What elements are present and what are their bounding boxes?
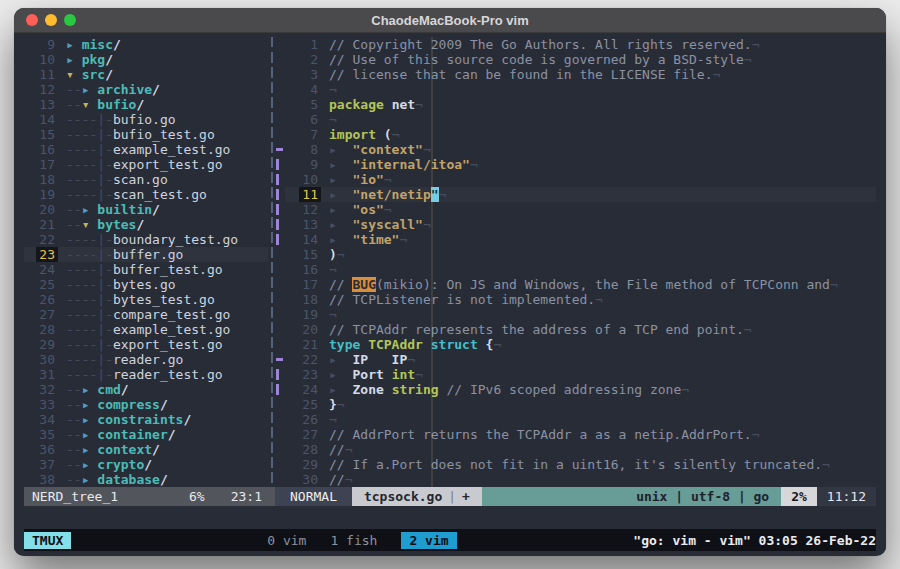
scroll-percent: 2% (781, 487, 817, 506)
sign-cell (275, 307, 285, 322)
tree-indent: ----|- (66, 277, 113, 292)
file-name: reader.go (113, 352, 183, 367)
tree-item[interactable]: 27----|-compare_test.go (24, 307, 268, 322)
tree-line-number: 29 (24, 337, 58, 352)
code-line[interactable]: 25}¬ (285, 397, 876, 412)
tree-item[interactable]: 37--▸ crypto/ (24, 457, 268, 472)
tree-line-number: 11 (24, 67, 58, 82)
code-line[interactable]: 15)¬ (285, 247, 876, 262)
tmux-session-badge: TMUX (24, 532, 71, 549)
tmux-window-tab[interactable]: 2 vim (401, 532, 456, 549)
tree-item[interactable]: 20--▸ builtin/ (24, 202, 268, 217)
code-line-text: )¬ (329, 247, 345, 262)
code-line[interactable]: 26¬ (285, 412, 876, 427)
code-line[interactable]: 3// license that can be found in the LIC… (285, 67, 876, 82)
tree-item[interactable]: 31----|-reader_test.go (24, 367, 268, 382)
code-token: ▸ (329, 217, 352, 232)
code-token: // license that can be found in the LICE… (329, 67, 713, 82)
tree-item-label: --▸ archive/ (66, 82, 160, 97)
tree-item[interactable]: 12--▸ archive/ (24, 82, 268, 97)
tree-indent: ----|- (66, 322, 113, 337)
cursor-position: 11:12 (817, 487, 876, 506)
vim-command-line[interactable] (24, 506, 876, 529)
code-line[interactable]: 1// Copyright 2009 The Go Authors. All r… (285, 37, 876, 52)
window-title: ChaodeMacBook-Pro vim (14, 13, 886, 28)
tree-item[interactable]: 24----|-buffer_test.go (24, 262, 268, 277)
code-line[interactable]: 18// TCPListener is not implemented.¬ (285, 292, 876, 307)
code-line-number: 25 (285, 397, 321, 412)
tree-item[interactable]: 30----|-reader.go (24, 352, 268, 367)
code-line[interactable]: 21type TCPAddr struct {¬ (285, 337, 876, 352)
tree-item[interactable]: 9▸ misc/ (24, 37, 268, 52)
tree-item[interactable]: 19----|-scan_test.go (24, 187, 268, 202)
code-line[interactable]: 13▸ "syscall"¬ (285, 217, 876, 232)
tree-item[interactable]: 28----|-example_test.go (24, 322, 268, 337)
code-line[interactable]: 30//¬ (285, 472, 876, 487)
eol-marker: ¬ (329, 307, 337, 322)
sign-cell (275, 142, 285, 157)
tree-item[interactable]: 35--▸ container/ (24, 427, 268, 442)
tree-item[interactable]: 22----|-boundary_test.go (24, 232, 268, 247)
code-token: "syscall" (352, 217, 422, 232)
tree-item[interactable]: 18----|-scan.go (24, 172, 268, 187)
code-line-text: ¬ (329, 307, 337, 322)
code-line[interactable]: 7import (¬ (285, 127, 876, 142)
tree-line-number: 32 (24, 382, 58, 397)
code-line[interactable]: 19¬ (285, 307, 876, 322)
code-line[interactable]: 14▸ "time"¬ (285, 232, 876, 247)
directory-name: bytes (97, 217, 136, 232)
tree-item[interactable]: 25----|-bytes.go (24, 277, 268, 292)
code-token: int (392, 367, 415, 382)
code-line[interactable]: 9▸ "internal/itoa"¬ (285, 157, 876, 172)
tree-item[interactable]: 23----|-buffer.go (24, 247, 268, 262)
tree-item[interactable]: 33--▸ compress/ (24, 397, 268, 412)
code-line[interactable]: 28//¬ (285, 442, 876, 457)
directory-slash: / (105, 67, 113, 82)
code-line[interactable]: 6¬ (285, 112, 876, 127)
window-separator[interactable] (268, 37, 275, 487)
code-line-text: //¬ (329, 472, 352, 487)
tmux-window-tab[interactable]: 0 vim (267, 533, 306, 548)
tree-item[interactable]: 14----|-bufio.go (24, 112, 268, 127)
tree-item[interactable]: 11▾ src/ (24, 67, 268, 82)
code-line[interactable]: 29// If a.Port does not fit in a uint16,… (285, 457, 876, 472)
code-line[interactable]: 24▸ Zone string // IPv6 scoped addressin… (285, 382, 876, 397)
eol-marker: ¬ (337, 397, 345, 412)
tree-item[interactable]: 17----|-export_test.go (24, 157, 268, 172)
nerdtree-pane[interactable]: 9▸ misc/10▸ pkg/11▾ src/12--▸ archive/13… (24, 37, 268, 487)
tmux-window-tab[interactable]: 1 fish (330, 533, 377, 548)
tree-item[interactable]: 13--▾ bufio/ (24, 97, 268, 112)
code-line[interactable]: 10▸ "io"¬ (285, 172, 876, 187)
code-line[interactable]: 11▸ "net/netip"¬ (285, 187, 876, 202)
tree-item[interactable]: 26----|-bytes_test.go (24, 292, 268, 307)
line-number-text: 27 (299, 427, 321, 442)
tree-line-number: 25 (24, 277, 58, 292)
code-line[interactable]: 4¬ (285, 82, 876, 97)
code-pane[interactable]: 1// Copyright 2009 The Go Authors. All r… (285, 37, 876, 487)
code-line[interactable]: 27// AddrPort returns the TCPAddr a as a… (285, 427, 876, 442)
tree-item[interactable]: 16----|-example_test.go (24, 142, 268, 157)
code-line[interactable]: 16¬ (285, 262, 876, 277)
tree-item[interactable]: 38--▸ database/ (24, 472, 268, 487)
tree-item[interactable]: 34--▸ constraints/ (24, 412, 268, 427)
tree-indent: -- (66, 82, 82, 97)
code-line[interactable]: 12▸ "os"¬ (285, 202, 876, 217)
line-number-text: 20 (36, 202, 58, 217)
tree-item[interactable]: 21--▾ bytes/ (24, 217, 268, 232)
code-line[interactable]: 22▸ IP IP¬ (285, 352, 876, 367)
code-line[interactable]: 20// TCPAddr represents the address of a… (285, 322, 876, 337)
code-line[interactable]: 8▸ "context"¬ (285, 142, 876, 157)
line-number-text: 33 (36, 397, 58, 412)
tree-item[interactable]: 36--▸ context/ (24, 442, 268, 457)
tree-item[interactable]: 32--▸ cmd/ (24, 382, 268, 397)
titlebar[interactable]: ChaodeMacBook-Pro vim (14, 8, 886, 33)
code-line[interactable]: 23▸ Port int¬ (285, 367, 876, 382)
tree-item[interactable]: 15----|-bufio_test.go (24, 127, 268, 142)
tree-item[interactable]: 10▸ pkg/ (24, 52, 268, 67)
tree-item[interactable]: 29----|-export_test.go (24, 337, 268, 352)
code-line[interactable]: 5package net¬ (285, 97, 876, 112)
tree-item-label: --▸ container/ (66, 427, 176, 442)
code-line[interactable]: 2// Use of this source code is governed … (285, 52, 876, 67)
code-line[interactable]: 17// BUG(mikio): On JS and Windows, the … (285, 277, 876, 292)
statusline-info-segment: unix | utf-8 | go (482, 487, 781, 506)
